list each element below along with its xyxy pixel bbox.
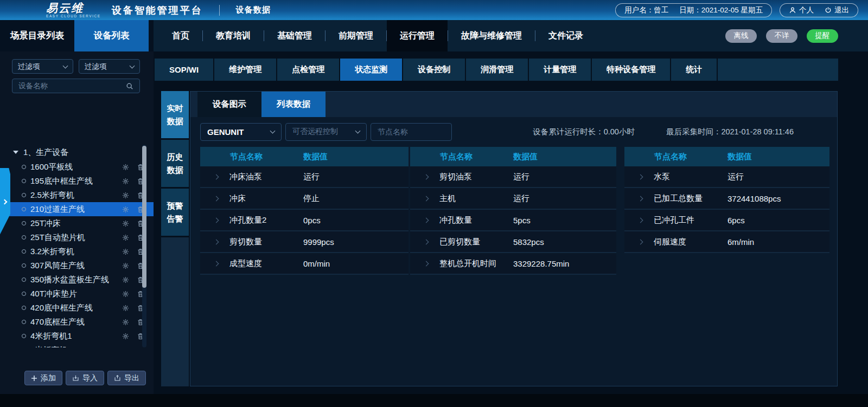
tree-item[interactable]: 3.2米折弯机 — [0, 244, 154, 259]
tree-item[interactable]: 195底中框生产线 — [0, 174, 154, 188]
tree-item[interactable]: 210过道生产线 — [0, 202, 154, 216]
table-row[interactable]: 冲床停止 — [200, 188, 409, 210]
data-mode-tab[interactable]: 历史数据 — [161, 140, 189, 187]
unit-select[interactable]: GENUNIT — [200, 123, 282, 141]
gear-icon[interactable] — [122, 206, 129, 213]
sub-nav-item[interactable]: 设备控制 — [403, 59, 465, 81]
tree-item[interactable]: 420底中框生产线 — [0, 301, 154, 315]
add-device-button[interactable]: 添加 — [24, 371, 62, 385]
tree-root-node[interactable]: 1、生产设备 — [0, 145, 154, 160]
table-row[interactable]: 冲孔数量5pcs — [410, 210, 616, 231]
table-row[interactable]: 剪切油泵运行 — [410, 166, 616, 188]
gear-icon[interactable] — [122, 164, 129, 171]
row-expand-icon[interactable] — [214, 239, 219, 244]
sub-nav-item[interactable]: 特种设备管理 — [592, 59, 670, 81]
gear-icon[interactable] — [122, 262, 129, 269]
top-nav-item[interactable]: 文件记录 — [535, 20, 596, 51]
row-expand-icon[interactable] — [214, 217, 219, 223]
sub-nav-item[interactable]: 点检管理 — [277, 59, 339, 81]
row-expand-icon[interactable] — [638, 196, 643, 201]
tab-device-diagram[interactable]: 设备图示 — [197, 92, 261, 117]
tree-item-actions — [122, 206, 144, 213]
tree-item[interactable]: 2.5米折弯机 — [0, 188, 154, 202]
sub-nav-item[interactable]: 统计 — [671, 59, 717, 81]
table-row[interactable]: 已剪切数量5832pcs — [410, 231, 616, 253]
gear-icon[interactable] — [122, 347, 129, 348]
row-expand-icon[interactable] — [424, 174, 429, 179]
tree-item[interactable]: 470底框生产线 — [0, 315, 154, 329]
tree-item[interactable]: 4米折弯机2 — [0, 343, 154, 347]
gear-icon[interactable] — [122, 178, 129, 185]
export-button[interactable]: 导出 — [107, 371, 146, 385]
tree-item[interactable]: 4米折弯机1 — [0, 329, 154, 343]
tree-item[interactable]: 25T冲床 — [0, 216, 154, 230]
top-nav-item[interactable]: 首页 — [159, 20, 202, 51]
gear-icon[interactable] — [122, 290, 129, 298]
logo-text: 易云维 — [46, 2, 101, 14]
gear-icon[interactable] — [122, 276, 129, 283]
row-expand-icon[interactable] — [424, 196, 429, 201]
tab-scene-directory[interactable]: 场景目录列表 — [0, 20, 74, 51]
status-badge[interactable]: 离线 — [725, 29, 757, 43]
row-expand-icon[interactable] — [638, 239, 643, 244]
top-nav-item[interactable]: 故障与维修管理 — [448, 20, 535, 51]
gear-icon[interactable] — [122, 333, 129, 340]
gear-icon[interactable] — [122, 305, 129, 312]
gear-icon[interactable] — [122, 248, 129, 255]
row-expand-icon[interactable] — [424, 261, 429, 266]
row-expand-icon[interactable] — [424, 239, 429, 244]
tree-item[interactable]: 1600平板线 — [0, 160, 154, 174]
table-row[interactable]: 冲床油泵运行 — [200, 166, 409, 188]
top-nav-item[interactable]: 前期管理 — [326, 20, 386, 51]
row-expand-icon[interactable] — [638, 174, 643, 179]
gear-icon[interactable] — [122, 192, 129, 199]
tree-item[interactable]: 40T冲床垫片 — [0, 287, 154, 301]
tree-item[interactable]: 350播水盆盖板生产线 — [0, 273, 154, 287]
top-nav-item[interactable]: 运行管理 — [387, 20, 448, 51]
export-button-label: 导出 — [124, 373, 139, 383]
logout-button[interactable]: 退出 — [825, 5, 849, 15]
tab-list-data[interactable]: 列表数据 — [261, 92, 326, 117]
tree-item[interactable]: 307风筒生产线 — [0, 259, 154, 273]
sub-nav-item[interactable]: SOP/WI — [155, 59, 213, 81]
device-search-input[interactable] — [18, 82, 126, 90]
data-mode-tab[interactable]: 实时数据 — [161, 91, 189, 138]
table-row[interactable]: 冲孔数量20pcs — [200, 210, 409, 231]
status-badge[interactable]: 提醒 — [807, 29, 838, 43]
row-expand-icon[interactable] — [214, 261, 219, 266]
sub-nav-item[interactable]: 维护管理 — [214, 59, 276, 81]
table-row[interactable]: 伺服速度6m/min — [624, 231, 829, 253]
panel-tabs: 设备图示 列表数据 — [190, 92, 837, 117]
row-expand-icon[interactable] — [638, 217, 643, 223]
table-row[interactable]: 已冲孔工件6pcs — [624, 210, 829, 231]
gear-icon[interactable] — [122, 319, 129, 326]
table-row[interactable]: 已加工总数量372441088pcs — [624, 188, 829, 210]
table-row[interactable]: 主机运行 — [410, 188, 616, 210]
top-nav-item[interactable]: 基础管理 — [264, 20, 325, 51]
tab-device-list[interactable]: 设备列表 — [74, 20, 149, 51]
table-row[interactable]: 成型速度0m/min — [200, 253, 409, 275]
sub-nav-item[interactable]: 计量管理 — [529, 59, 591, 81]
tree-scrollbar[interactable] — [142, 145, 146, 347]
node-name-input[interactable] — [378, 127, 445, 136]
top-nav-item[interactable]: 教育培训 — [203, 20, 264, 51]
table-row[interactable]: 整机总开机时间3329228.75min — [410, 253, 616, 275]
table-row[interactable]: 剪切数量9999pcs — [200, 231, 409, 253]
row-expand-icon[interactable] — [424, 217, 429, 223]
tree-scrollbar-thumb[interactable] — [142, 146, 146, 288]
remote-control-select[interactable]: 可否远程控制 — [285, 123, 367, 141]
filter-select-2[interactable]: 过滤项 — [79, 59, 140, 74]
profile-button[interactable]: 个人 — [789, 5, 814, 15]
sub-nav-item[interactable]: 状态监测 — [340, 59, 402, 81]
import-button[interactable]: 导入 — [66, 371, 104, 385]
row-expand-icon[interactable] — [214, 174, 219, 179]
row-expand-icon[interactable] — [214, 196, 219, 201]
gear-icon[interactable] — [122, 220, 129, 227]
table-row[interactable]: 水泵运行 — [624, 166, 829, 188]
status-badge[interactable]: 不详 — [766, 29, 797, 43]
sub-nav-item[interactable]: 润滑管理 — [466, 59, 528, 81]
filter-select-1[interactable]: 过滤项 — [12, 59, 73, 74]
data-mode-tab[interactable]: 预警告警 — [161, 189, 189, 236]
gear-icon[interactable] — [122, 234, 129, 241]
tree-item[interactable]: 25T自动垫片机 — [0, 230, 154, 244]
